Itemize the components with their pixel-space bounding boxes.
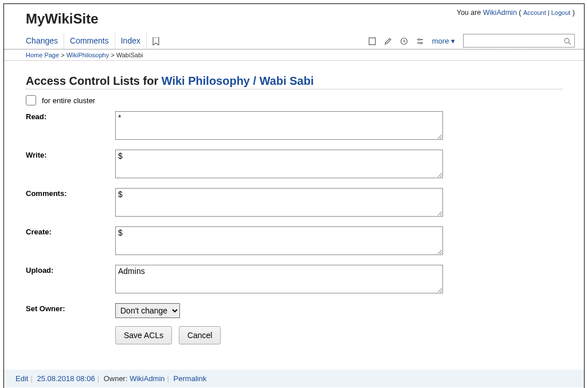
svg-point-3 (420, 42, 422, 44)
save-button[interactable]: Save ACLs (115, 326, 172, 344)
history-icon[interactable] (400, 36, 408, 45)
svg-point-2 (418, 39, 420, 41)
logout-link[interactable]: Logout (551, 9, 571, 16)
footer-owner-label: Owner: (104, 374, 130, 383)
input-read[interactable] (115, 111, 443, 140)
breadcrumb-current: WabiSabi (116, 52, 143, 58)
edit-icon[interactable] (384, 36, 392, 45)
search-input[interactable] (463, 34, 575, 48)
nav-index[interactable]: Index (115, 33, 147, 49)
footer-owner[interactable]: WikiAdmin (130, 374, 164, 383)
breadcrumb-parent[interactable]: WikiPhilosophy (66, 52, 109, 58)
page-title: Access Control Lists for Wiki Philosophy… (26, 75, 562, 89)
input-comments[interactable] (115, 188, 443, 217)
username-link[interactable]: WikiAdmin (483, 9, 517, 17)
label-read: Read: (26, 111, 115, 121)
input-create[interactable] (115, 226, 443, 255)
input-write[interactable] (115, 150, 443, 178)
nav-changes[interactable]: Changes (26, 33, 64, 49)
footer-date[interactable]: 25.08.2018 08:06 (37, 374, 95, 383)
label-upload: Upload: (26, 265, 115, 275)
label-write: Write: (26, 150, 115, 159)
site-title: MyWikiSite (13, 9, 98, 32)
user-prefix: You are (457, 9, 483, 17)
account-link[interactable]: Account (523, 9, 546, 16)
input-upload[interactable] (115, 265, 443, 293)
paren-close: ) (570, 9, 575, 17)
footer-permalink[interactable]: Permalink (174, 374, 207, 383)
settings-icon[interactable] (416, 36, 424, 45)
heading-link[interactable]: Wiki Philosophy / Wabi Sabi (162, 75, 314, 87)
nav-more[interactable]: more ▾ (432, 37, 455, 45)
label-comments: Comments: (26, 188, 115, 198)
breadcrumb-home[interactable]: Home Page (26, 52, 59, 58)
user-info: You are WikiAdmin ( Account | Logout ) (457, 9, 575, 17)
paren-open: ( (519, 9, 523, 17)
cluster-label: for entire cluster (42, 96, 95, 105)
bookmark-icon[interactable] (147, 33, 165, 49)
cluster-checkbox[interactable] (26, 95, 36, 105)
cancel-button[interactable]: Cancel (179, 326, 221, 344)
heading-prefix: Access Control Lists for (26, 75, 162, 87)
page-icon[interactable] (369, 36, 376, 45)
svg-rect-0 (369, 38, 375, 45)
select-set-owner[interactable]: Don't change (115, 303, 180, 318)
nav-comments[interactable]: Comments (64, 33, 115, 49)
breadcrumb: Home Page > WikiPhilosophy > WabiSabi (4, 49, 584, 61)
footer-bar: Edit| 25.08.2018 08:06| Owner: WikiAdmin… (4, 370, 584, 387)
label-set-owner: Set Owner: (26, 303, 115, 313)
label-create: Create: (26, 226, 115, 236)
sep: | (546, 9, 551, 16)
footer-edit[interactable]: Edit (15, 374, 28, 383)
